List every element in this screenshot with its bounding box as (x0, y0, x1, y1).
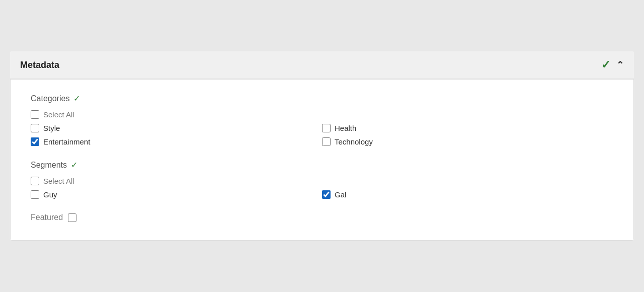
categories-section: Categories ✓ Select All Style Health (31, 94, 613, 146)
segments-select-all-checkbox[interactable] (31, 177, 39, 185)
featured-label: Featured (31, 213, 63, 222)
segments-select-all-row: Select All (31, 177, 613, 185)
categories-technology-label[interactable]: Technology (335, 137, 373, 146)
panel-title: Metadata (20, 60, 59, 70)
segments-section: Segments ✓ Select All Guy Gal (31, 160, 613, 199)
segments-guy-label[interactable]: Guy (43, 190, 57, 199)
featured-checkbox[interactable] (68, 213, 76, 222)
header-chevron-icon[interactable]: ⌃ (616, 59, 624, 70)
panel-body: Categories ✓ Select All Style Health (10, 79, 634, 241)
metadata-panel: Metadata ✓ ⌃ Categories ✓ Select All Sty… (10, 51, 634, 241)
categories-health-checkbox[interactable] (322, 124, 331, 132)
categories-health-item: Health (322, 124, 613, 132)
segments-gal-label[interactable]: Gal (335, 190, 346, 199)
categories-style-checkbox[interactable] (31, 124, 39, 132)
categories-entertainment-label[interactable]: Entertainment (43, 137, 90, 146)
categories-select-all-label[interactable]: Select All (43, 110, 74, 119)
panel-header: Metadata ✓ ⌃ (10, 51, 634, 79)
segments-gal-item: Gal (322, 190, 613, 199)
categories-technology-checkbox[interactable] (322, 137, 331, 146)
categories-style-item: Style (31, 124, 322, 132)
segments-title: Segments ✓ (31, 160, 613, 170)
segments-grid: Guy Gal (31, 190, 613, 199)
header-check-icon[interactable]: ✓ (601, 58, 610, 71)
featured-section: Featured (31, 213, 613, 222)
categories-health-label[interactable]: Health (335, 124, 356, 132)
segments-select-all-label[interactable]: Select All (43, 177, 74, 185)
categories-grid: Style Health Entertainment Technology (31, 124, 613, 146)
categories-check-icon: ✓ (73, 94, 80, 103)
categories-technology-item: Technology (322, 137, 613, 146)
categories-select-all-row: Select All (31, 110, 613, 119)
categories-select-all-checkbox[interactable] (31, 110, 39, 119)
segments-guy-checkbox[interactable] (31, 190, 39, 199)
categories-entertainment-item: Entertainment (31, 137, 322, 146)
segments-gal-checkbox[interactable] (322, 190, 331, 199)
categories-style-label[interactable]: Style (43, 124, 60, 132)
segments-guy-item: Guy (31, 190, 322, 199)
categories-entertainment-checkbox[interactable] (31, 137, 39, 146)
categories-title: Categories ✓ (31, 94, 613, 103)
header-icons: ✓ ⌃ (601, 58, 624, 71)
segments-check-icon: ✓ (71, 160, 77, 170)
